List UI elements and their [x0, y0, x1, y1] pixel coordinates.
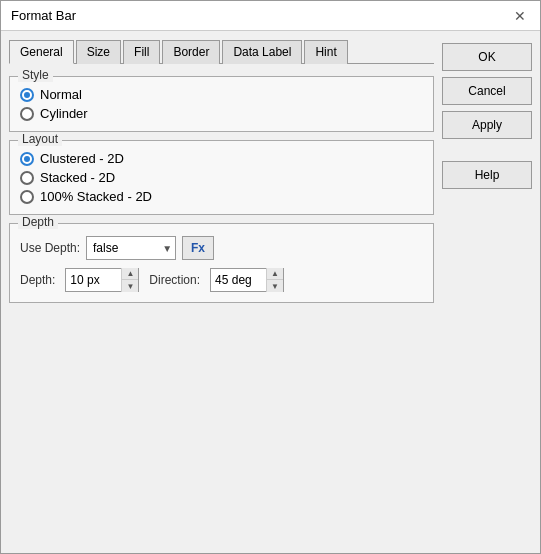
radio-stacked-label: Stacked - 2D	[40, 170, 115, 185]
apply-button[interactable]: Apply	[442, 111, 532, 139]
direction-input[interactable]	[211, 269, 266, 291]
layout-section: Layout Clustered - 2D Stacked - 2D 100% …	[9, 140, 434, 215]
close-button[interactable]: ✕	[510, 6, 530, 26]
radio-stacked-circle	[20, 171, 34, 185]
cancel-button[interactable]: Cancel	[442, 77, 532, 105]
style-section: Style Normal Cylinder	[9, 76, 434, 132]
style-radio-group: Normal Cylinder	[20, 83, 423, 121]
dialog-title: Format Bar	[11, 8, 76, 23]
use-depth-select[interactable]: false true	[86, 236, 176, 260]
use-depth-label: Use Depth:	[20, 241, 80, 255]
left-panel: General Size Fill Border Data Label Hint…	[9, 39, 434, 545]
radio-clustered-circle	[20, 152, 34, 166]
right-panel: OK Cancel Apply Help	[442, 39, 532, 545]
tab-hint[interactable]: Hint	[304, 40, 347, 64]
tab-size[interactable]: Size	[76, 40, 121, 64]
depth-section-title: Depth	[18, 215, 58, 229]
style-section-title: Style	[18, 68, 53, 82]
depth-spinner-buttons: ▲ ▼	[121, 268, 138, 292]
radio-stacked-100-circle	[20, 190, 34, 204]
tab-data-label[interactable]: Data Label	[222, 40, 302, 64]
depth-values-row: Depth: ▲ ▼ Direction: ▲	[20, 268, 423, 292]
direction-label: Direction:	[149, 273, 200, 287]
tab-fill[interactable]: Fill	[123, 40, 160, 64]
help-button[interactable]: Help	[442, 161, 532, 189]
radio-normal-label: Normal	[40, 87, 82, 102]
direction-increment-button[interactable]: ▲	[267, 268, 283, 280]
direction-decrement-button[interactable]: ▼	[267, 280, 283, 292]
depth-increment-button[interactable]: ▲	[122, 268, 138, 280]
ok-button[interactable]: OK	[442, 43, 532, 71]
title-bar: Format Bar ✕	[1, 1, 540, 31]
radio-stacked-100-label: 100% Stacked - 2D	[40, 189, 152, 204]
depth-spinner: ▲ ▼	[65, 268, 139, 292]
radio-stacked-2d[interactable]: Stacked - 2D	[20, 170, 423, 185]
radio-clustered-label: Clustered - 2D	[40, 151, 124, 166]
radio-clustered-2d[interactable]: Clustered - 2D	[20, 151, 423, 166]
depth-section: Depth Use Depth: false true ▼ Fx	[9, 223, 434, 303]
depth-input[interactable]	[66, 269, 121, 291]
radio-cylinder-circle	[20, 107, 34, 121]
radio-cylinder-label: Cylinder	[40, 106, 88, 121]
format-bar-dialog: Format Bar ✕ General Size Fill Border Da…	[0, 0, 541, 554]
fx-button[interactable]: Fx	[182, 236, 214, 260]
radio-cylinder[interactable]: Cylinder	[20, 106, 423, 121]
layout-radio-group: Clustered - 2D Stacked - 2D 100% Stacked…	[20, 147, 423, 204]
empty-content-area	[9, 311, 434, 545]
tab-bar: General Size Fill Border Data Label Hint	[9, 39, 434, 64]
radio-normal-circle	[20, 88, 34, 102]
tab-general[interactable]: General	[9, 40, 74, 64]
tab-border[interactable]: Border	[162, 40, 220, 64]
radio-stacked-100-2d[interactable]: 100% Stacked - 2D	[20, 189, 423, 204]
use-depth-select-wrapper: false true ▼	[86, 236, 176, 260]
depth-decrement-button[interactable]: ▼	[122, 280, 138, 292]
dialog-body: General Size Fill Border Data Label Hint…	[1, 31, 540, 553]
direction-spinner-buttons: ▲ ▼	[266, 268, 283, 292]
direction-spinner: ▲ ▼	[210, 268, 284, 292]
layout-section-title: Layout	[18, 132, 62, 146]
radio-normal[interactable]: Normal	[20, 87, 423, 102]
depth-label: Depth:	[20, 273, 55, 287]
use-depth-row: Use Depth: false true ▼ Fx	[20, 236, 423, 260]
